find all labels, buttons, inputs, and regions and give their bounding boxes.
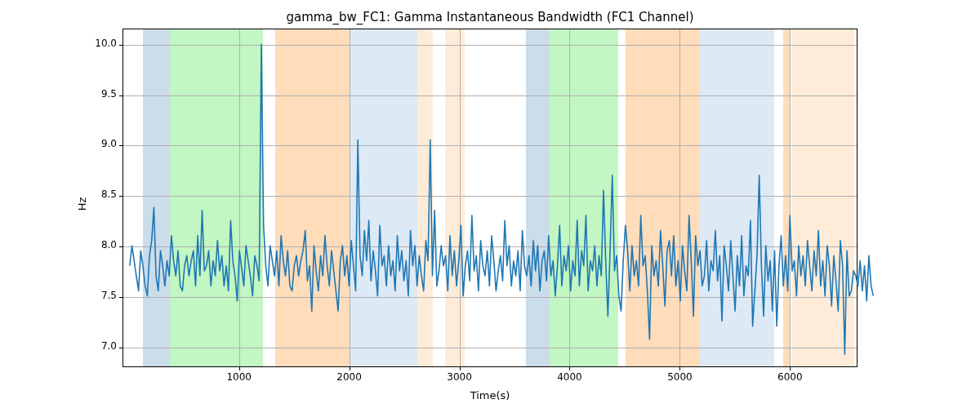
y-tick-label: 9.0 [101,138,123,149]
y-tick-label: 7.0 [101,340,123,352]
x-tick-label: 6000 [777,366,803,383]
y-tick-label: 10.0 [95,38,123,49]
line-series [123,29,857,366]
x-tick-label: 1000 [226,366,252,383]
x-axis-label: Time(s) [0,389,980,401]
chart-title: gamma_bw_FC1: Gamma Instantaneous Bandwi… [0,10,980,24]
y-tick-label: 8.0 [101,239,123,251]
y-tick-label: 8.5 [101,188,123,200]
x-tick-label: 5000 [667,366,693,383]
plot-area: 7.07.58.08.59.09.510.0100020003000400050… [122,29,858,367]
x-tick-label: 4000 [557,366,582,383]
figure: gamma_bw_FC1: Gamma Instantaneous Bandwi… [0,0,980,408]
y-tick-label: 7.5 [101,290,123,301]
x-tick-label: 3000 [447,366,472,383]
y-tick-label: 9.5 [101,88,123,100]
x-tick-label: 2000 [336,366,362,383]
y-axis-label: Hz [76,197,88,211]
